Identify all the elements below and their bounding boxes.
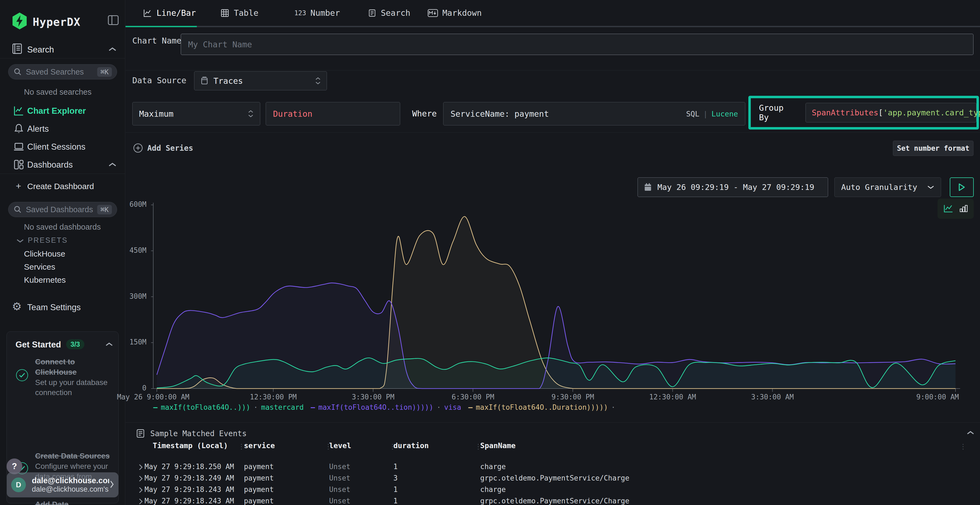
x-axis-label: May 26 9:00:00 AM [117,393,189,401]
user-email: dale@clickhouse.com [32,476,109,485]
sample-events-title: Sample Matched Events [150,429,247,438]
chart-type-tabbar: Line/Bar Table 123 Number Search Markdow… [126,0,980,27]
where-input[interactable]: ServiceName: payment SQL | Lucene [443,102,745,125]
x-axis-label: 12:30:00 PM [250,393,297,401]
y-axis-label: 0 [142,384,146,392]
cell-level: Unset [329,474,350,482]
group-by-arg: 'app.payment.card_type' [883,108,980,117]
saved-dashboards-input[interactable]: Saved Dashboards ⌘K [8,202,117,217]
sidebar-item-services[interactable]: Services [24,262,55,272]
cell-duration: 3 [393,474,398,482]
chevron-down-icon [927,185,934,189]
tab-label: Markdown [442,8,482,18]
create-dashboard-button[interactable]: Create Dashboard [27,182,94,191]
sidebar-item-alerts[interactable]: Alerts [27,124,49,134]
legend-item[interactable]: —maxIf(toFloat64O..Duration)))))· [468,403,616,411]
granularity-select[interactable]: Auto Granularity [834,178,941,197]
events-table-header: Timestamp (Local) ⋮ service ⋮ level ⋮ du… [126,441,980,452]
group-by-label: Group By [759,103,798,122]
gear-icon: ⚙ [12,301,22,312]
no-saved-searches-text: No saved searches [24,87,91,97]
timeseries-chart[interactable] [151,201,961,397]
tab-markdown[interactable]: Markdown [428,8,482,18]
column-header[interactable]: service [244,441,275,450]
select-chevrons-icon [248,110,253,118]
sample-events-header[interactable]: Sample Matched Events [136,429,247,438]
list-icon [136,429,145,438]
x-axis-label: 9:30:00 PM [552,393,594,401]
alerts-bell-icon [13,123,24,135]
x-axis-label: 9:00:00 AM [916,393,959,401]
date-range-value: May 26 09:29:19 - May 27 09:29:19 [657,183,814,192]
legend-swatch: — [311,403,315,411]
check-circle-icon [16,369,28,381]
sidebar-item-dashboards[interactable]: Dashboards [27,160,73,170]
get-started-item[interactable]: Add Data Start sending logs, metrics, or… [35,499,118,505]
lucene-toggle[interactable]: Lucene [711,110,738,118]
date-range-input[interactable]: May 26 09:29:19 - May 27 09:29:19 [638,178,828,197]
x-axis-label: 12:30:00 AM [649,393,696,401]
expand-chevron-icon[interactable] [138,475,143,482]
presets-header[interactable]: PRESETS [28,236,68,245]
expand-chevron-icon[interactable] [138,464,143,471]
legend-series-name: maxIf(toFloat64O..tion))))) [318,403,433,411]
legend-series-name: maxIf(toFloat64O..Duration))))) [476,403,608,411]
table-row[interactable]: May 27 9:29:18.243 AM payment Unset 1 ch… [126,485,980,495]
legend-item[interactable]: —maxIf(toFloat64O..tion)))))·visa [311,403,461,411]
column-header[interactable]: duration [393,441,429,450]
list-icon [368,9,377,17]
tab-number[interactable]: 123 Number [294,8,340,18]
sidebar-item-chart-explorer[interactable]: Chart Explorer [27,106,86,116]
sidebar-item-kubernetes[interactable]: Kubernetes [24,275,65,284]
search-section-icon [11,43,23,56]
sidebar-item-client-sessions[interactable]: Client Sessions [27,142,86,152]
expand-chevron-icon[interactable] [138,486,143,494]
column-header[interactable]: level [329,441,351,450]
presets-chevron-down-icon[interactable] [16,238,24,245]
tab-label: Search [381,8,410,18]
chart-name-input[interactable]: My Chart Name [181,34,974,55]
help-button[interactable]: ? [6,459,22,474]
legend-swatch: — [468,403,473,411]
hyperdx-app: HyperDX Search Saved Searches ⌘K No save… [0,0,980,505]
sidebar-item-team-settings[interactable]: Team Settings [27,303,81,312]
user-menu[interactable]: D dale@clickhouse.com dale@clickhouse.co… [7,472,118,497]
table-row[interactable]: May 27 9:29:18.250 AM payment Unset 1 ch… [126,462,980,472]
sidebar-section-search[interactable]: Search [27,45,54,55]
sidebar-collapse-icon[interactable] [108,15,119,26]
column-header[interactable]: SpanName [480,441,515,450]
language-divider: | [703,110,708,118]
table-row[interactable]: May 27 9:29:18.243 AM payment Unset 1 gr… [126,497,980,505]
main-content: Line/Bar Table 123 Number Search Markdow… [126,0,980,505]
aggregation-select[interactable]: Maximum [132,102,260,125]
search-icon [13,67,22,76]
table-row[interactable]: May 27 9:29:18.249 AM payment Unset 3 gr… [126,474,980,484]
add-series-label: Add Series [147,144,193,152]
legend-item[interactable]: —maxIf(toFloat64O..)))·mastercard [153,403,304,411]
expand-chevron-icon[interactable] [138,498,143,505]
legend-separator: · [437,403,441,411]
search-section-chevron-up-icon[interactable] [108,47,116,53]
add-series-button[interactable]: Add Series [133,143,193,153]
cell-timestamp: May 27 9:29:18.243 AM [145,497,234,505]
data-source-select[interactable]: Traces [194,71,327,91]
set-number-format-button[interactable]: Set number format [893,141,974,156]
sample-events-collapse-icon[interactable] [967,430,974,436]
tab-search[interactable]: Search [368,8,410,18]
sql-toggle[interactable]: SQL [686,110,699,118]
run-query-button[interactable] [950,178,974,197]
dashboards-chevron-up-icon[interactable] [108,162,116,168]
sidebar-item-clickhouse[interactable]: ClickHouse [24,249,65,259]
client-sessions-laptop-icon [13,141,24,154]
tab-table[interactable]: Table [220,8,258,18]
chart-explorer-icon [13,105,24,118]
get-started-item-title: Create Data Sources [35,451,118,461]
group-by-input[interactable]: SpanAttributes['app.payment.card_type'] [805,103,977,122]
get-started-item[interactable]: Connect to ClickHouse Set up your databa… [35,357,117,398]
column-header[interactable]: Timestamp (Local) [153,441,228,450]
saved-searches-input[interactable]: Saved Searches ⌘K [8,64,117,79]
y-axis-label: 150M [129,338,146,346]
tab-line-bar[interactable]: Line/Bar [143,8,196,18]
field-input[interactable]: Duration [266,102,400,125]
hyperdx-logo-icon[interactable] [11,12,28,31]
